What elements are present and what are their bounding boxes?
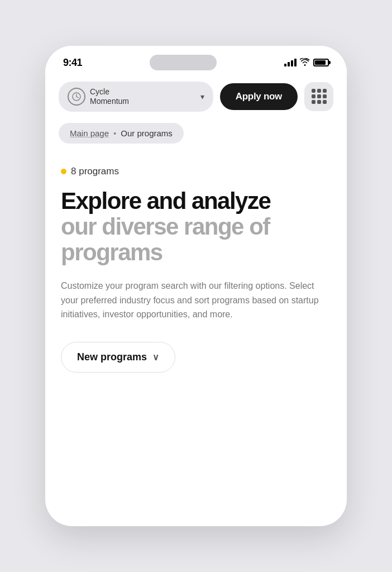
main-content: 8 programs Explore and analyze our diver…	[45, 152, 347, 395]
hero-title-dark: Explore and analyze	[61, 188, 270, 214]
chevron-down-icon: ▾	[200, 92, 204, 101]
programs-count: 8 programs	[61, 166, 331, 177]
breadcrumb: Main page • Our programs	[45, 118, 347, 152]
nav-bar: Cycle Momentum ▾ Apply now	[45, 75, 347, 118]
breadcrumb-separator: •	[113, 128, 116, 138]
hero-title-gray: our diverse range of programs	[61, 213, 270, 265]
brand-pill[interactable]: Cycle Momentum ▾	[59, 82, 213, 112]
hero-title: Explore and analyze our diverse range of…	[61, 188, 331, 266]
apply-now-button[interactable]: Apply now	[220, 83, 298, 110]
yellow-dot-icon	[61, 169, 66, 174]
status-notch	[150, 55, 217, 70]
breadcrumb-main-page[interactable]: Main page	[70, 128, 109, 138]
hero-description: Customize your program search with our f…	[61, 279, 331, 322]
grid-menu-button[interactable]	[304, 82, 333, 111]
new-programs-label: New programs	[77, 351, 147, 363]
status-icons	[284, 58, 329, 68]
status-bar: 9:41	[45, 46, 347, 75]
breadcrumb-current-page: Our programs	[121, 128, 173, 138]
chevron-down-icon: ∨	[152, 352, 159, 363]
battery-icon	[313, 59, 329, 66]
programs-count-text: 8 programs	[71, 166, 119, 177]
new-programs-button[interactable]: New programs ∨	[61, 342, 175, 373]
status-time: 9:41	[63, 57, 82, 69]
signal-icon	[284, 59, 297, 66]
brand-name: Cycle Momentum	[90, 87, 129, 106]
wifi-icon	[300, 58, 310, 68]
brand-logo	[68, 88, 85, 106]
phone-frame: 9:41	[45, 46, 347, 526]
grid-icon	[312, 89, 327, 104]
